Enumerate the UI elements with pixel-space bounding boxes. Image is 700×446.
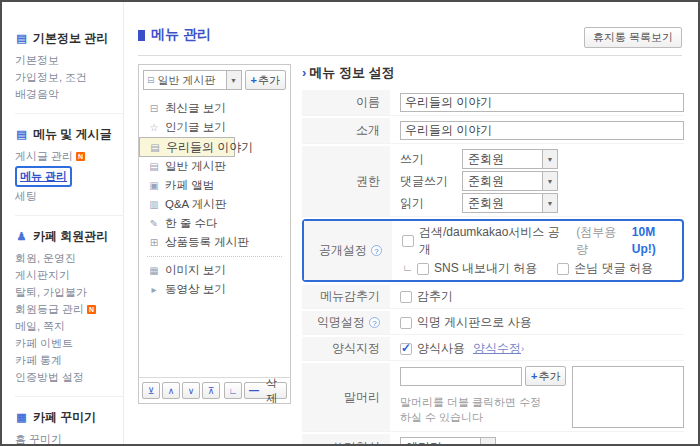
- sidebar-section-members-title: ♟ 카페 회원관리: [15, 228, 115, 245]
- row-name: 이름: [302, 90, 684, 116]
- chevron-down-icon[interactable]: ▼: [480, 438, 495, 446]
- template-edit-link[interactable]: 양식수정: [473, 340, 521, 357]
- tree-item-video-view[interactable]: ▸동영상 보기: [139, 280, 290, 299]
- board-tree-list: ⊟최신글 보기 ☆인기글 보기 ▤우리들의 이야기 ▤일반 게시판 ▣카페 앨범…: [139, 96, 290, 377]
- delete-label: 삭제: [261, 376, 282, 406]
- write-format-value: 에디터: [401, 439, 480, 446]
- sidebar-item-join-info[interactable]: 가입정보, 조건: [15, 69, 115, 86]
- grid-icon: ▦: [15, 411, 28, 424]
- sns-export-checkbox[interactable]: [417, 263, 429, 275]
- sidebar-section-decorate-title: ▦ 카페 꾸미기: [15, 409, 115, 426]
- search-public-checkbox[interactable]: [402, 235, 414, 247]
- perm-comment-label: 댓글쓰기: [400, 173, 462, 190]
- prefix-listbox[interactable]: [572, 366, 684, 428]
- hide-checkbox[interactable]: [400, 291, 412, 303]
- add-board-button[interactable]: +추가: [245, 70, 286, 90]
- move-bottom-button[interactable]: ⊻: [142, 382, 160, 399]
- anonymous-checkbox-label: 익명 게시판으로 사용: [417, 314, 532, 331]
- anonymous-checkbox[interactable]: [400, 317, 412, 329]
- name-label: 이름: [302, 90, 390, 115]
- sidebar-item-withdraw[interactable]: 탈퇴, 가입불가: [15, 284, 115, 301]
- sidebar-item-member-grade[interactable]: 회원등급 관리N: [15, 301, 115, 318]
- sidebar-item-basic-info[interactable]: 기본정보: [15, 52, 115, 69]
- sidebar-item-cafe-stats[interactable]: 카페 통계: [15, 352, 115, 369]
- doc-icon: ▤: [15, 128, 28, 141]
- sidebar-item-cafe-event[interactable]: 카페 이벤트: [15, 335, 115, 352]
- sidebar-item-home-decorate[interactable]: 홈 꾸미기: [15, 431, 115, 446]
- move-down-button[interactable]: ∨: [182, 382, 200, 399]
- tree-item-label: 동영상 보기: [165, 282, 226, 297]
- tree-item-album[interactable]: ▣카페 앨범: [139, 176, 290, 195]
- page-title: 메뉴 관리: [138, 26, 211, 44]
- prefix-left: +추가 말머리를 더블 클릭하면 수정하실 수 있습니다: [400, 366, 568, 425]
- image-icon: ▦: [148, 265, 160, 276]
- trash-list-button[interactable]: 휴지통 목록보기: [584, 27, 682, 48]
- sidebar-item-bgm[interactable]: 배경음악: [15, 86, 115, 103]
- board-type-select[interactable]: ⊟ 일반 게시판 ▼: [143, 70, 242, 90]
- hide-menu-label: 메뉴감추기: [302, 285, 390, 308]
- sidebar-item-post-manage[interactable]: 게시글 관리N: [15, 148, 115, 165]
- title-divider: [138, 55, 682, 56]
- tree-item-latest[interactable]: ⊟최신글 보기: [139, 99, 290, 118]
- row-template: 양식지정 양식사용 양식수정›: [302, 337, 684, 361]
- write-format-label: 쓰기형식: [302, 434, 390, 446]
- tree-item-product[interactable]: ⊞상품등록 게시판: [139, 233, 290, 252]
- chevron-down-icon[interactable]: ▼: [542, 194, 557, 212]
- sidebar-item-label: 회원등급 관리: [15, 303, 84, 315]
- tree-item-label: 이미지 보기: [165, 263, 226, 278]
- tree-item-one-line[interactable]: ✎한 줄 수다: [139, 214, 290, 233]
- prefix-help-text: 말머리를 더블 클릭하면 수정하실 수 있습니다: [400, 395, 550, 425]
- arrow-icon: ›: [302, 65, 306, 80]
- help-icon[interactable]: ?: [371, 245, 382, 256]
- sidebar-section-basic: ▤ 기본정보 관리 기본정보 가입정보, 조건 배경음악: [15, 24, 123, 113]
- name-input[interactable]: [400, 93, 684, 112]
- help-icon[interactable]: ?: [369, 317, 380, 328]
- tree-item-popular[interactable]: ☆인기글 보기: [139, 118, 290, 137]
- app-window: ▤ 기본정보 관리 기본정보 가입정보, 조건 배경음악 ▤ 메뉴 및 게시글 …: [0, 0, 700, 446]
- board-tree-panel: ⊟ 일반 게시판 ▼ +추가 ⊟최신글 보기 ☆인기글 보기 ▤우리들의 이야기…: [138, 64, 291, 404]
- tree-item-qna[interactable]: ▥Q&A 게시판: [139, 195, 290, 214]
- page-title-label: 메뉴 관리: [151, 26, 211, 44]
- tree-item-general-board[interactable]: ▤일반 게시판: [139, 157, 290, 176]
- board-icon: ⊟: [148, 103, 160, 114]
- write-format-select[interactable]: 에디터 ▼: [400, 437, 496, 446]
- tree-item-image-view[interactable]: ▦이미지 보기: [139, 261, 290, 280]
- perm-comment-select[interactable]: 준회원 ▼: [462, 171, 558, 191]
- chevron-down-icon[interactable]: ▼: [542, 172, 557, 190]
- guest-comment-label: 손님 댓글 허용: [574, 260, 653, 277]
- add-prefix-button[interactable]: +추가: [525, 366, 566, 386]
- row-intro: 소개: [302, 118, 684, 144]
- move-up-button[interactable]: ∧: [162, 382, 180, 399]
- product-icon: ⊞: [148, 237, 160, 248]
- visibility-label-text: 공개설정: [319, 242, 367, 259]
- indent-button[interactable]: ∟: [224, 382, 242, 399]
- add-board-label: 추가: [258, 73, 280, 88]
- perm-read-select[interactable]: 준회원 ▼: [462, 193, 558, 213]
- prefix-input[interactable]: [400, 367, 522, 386]
- sidebar-item-auth-setting[interactable]: 인증방법 설정: [15, 369, 115, 386]
- perm-write-select[interactable]: 준회원 ▼: [462, 149, 558, 169]
- sidebar-item-setting[interactable]: 세팅: [15, 188, 115, 205]
- visibility-highlight-box: 공개설정 ? 검색/daumkakao서비스 공개 (첨부용량 10M Up!)…: [302, 219, 684, 282]
- sidebar-item-menu-manage-selected[interactable]: 메뉴 관리: [15, 166, 72, 187]
- sidebar-item-menu-manage[interactable]: 메뉴 관리: [15, 165, 115, 188]
- attach-size-note: (첨부용량: [576, 224, 628, 258]
- intro-input[interactable]: [400, 121, 684, 140]
- chevron-down-icon[interactable]: ▼: [542, 150, 557, 168]
- perm-row-write: 쓰기 준회원 ▼: [400, 149, 684, 169]
- form-title: ›메뉴 정보 설정: [302, 64, 684, 82]
- sidebar-item-board-keeper[interactable]: 게시판지기: [15, 267, 115, 284]
- delete-board-button[interactable]: —삭제: [244, 382, 287, 399]
- tree-item-label: Q&A 게시판: [165, 197, 226, 212]
- sidebar-item-mail-note[interactable]: 메일, 쪽지: [15, 318, 115, 335]
- move-top-button[interactable]: ⊼: [202, 382, 220, 399]
- chevron-down-icon[interactable]: ▼: [226, 71, 241, 89]
- sidebar-item-member-staff[interactable]: 회원, 운영진: [15, 250, 115, 267]
- sidebar-item-label: 게시글 관리: [15, 150, 73, 162]
- sidebar-section-menu: ▤ 메뉴 및 게시글 게시글 관리N 메뉴 관리 세팅: [15, 113, 123, 215]
- permission-label: 권한: [302, 146, 390, 216]
- guest-comment-checkbox[interactable]: [557, 263, 569, 275]
- tree-item-our-story[interactable]: ▤우리들의 이야기: [139, 137, 235, 157]
- new-badge: N: [76, 152, 85, 161]
- template-use-checkbox[interactable]: [400, 343, 412, 355]
